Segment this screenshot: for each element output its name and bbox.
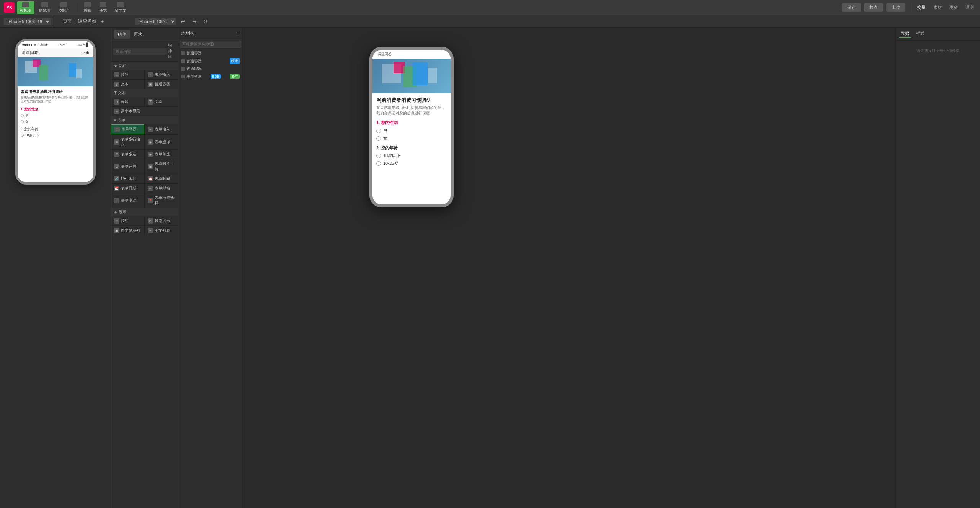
phone-survey-desc: 首先感谢您能抽出时间参与我们的问卷，我们会保证对您的信息进行保密: [21, 96, 90, 104]
tab-exchange[interactable]: 交量: [915, 3, 928, 12]
canvas-area[interactable]: 调查问卷 网购消费者消费习惯调研 首先感谢您能抽出时间参与我们的问卷，我们会保证…: [243, 28, 896, 508]
comp-text2[interactable]: T 文本: [145, 97, 178, 106]
outline-title: 大纲树: [181, 30, 195, 36]
upload-button[interactable]: 上传: [886, 3, 905, 12]
toolbar-sep-1: [77, 3, 77, 12]
section-hot-header[interactable]: ★ 热门: [111, 62, 178, 70]
save-main-icon: [117, 2, 124, 7]
section-form-header[interactable]: ≡ 表单: [111, 116, 178, 124]
phone-radio-age1[interactable]: [21, 134, 24, 137]
phone-survey-title: 网购消费者消费习惯调研: [21, 89, 90, 95]
right-device-select[interactable]: iPhone 8 100% iPhone X: [135, 18, 176, 25]
comp-richtext[interactable]: ≡ 富文本显示: [111, 107, 178, 116]
comp-button[interactable]: □ 按钮: [111, 70, 144, 79]
canvas-radio-male[interactable]: [376, 129, 381, 133]
outline-item-common3[interactable]: 普通容器: [180, 65, 241, 73]
comp-common-container[interactable]: ▣ 普通容器: [145, 80, 178, 89]
comp-disp-button[interactable]: □ 按钮: [111, 216, 144, 225]
toolbar-save-btn[interactable]: 游存存: [111, 1, 129, 14]
section-form: ≡ 表单 □ 表单容器 ≡ 表单输入 ≡ 表单多行输入 ◉ 表单选择: [111, 116, 178, 208]
canvas-toolbar: iPhone 8 100% iPhone X ↩ ↪ ⟳: [135, 18, 210, 25]
components-search-row: 组件库: [111, 41, 178, 62]
banner-shape4: [76, 69, 82, 78]
comp-form-select[interactable]: ◉ 表单选择: [145, 135, 178, 149]
comp-form-textarea[interactable]: ≡ 表单多行输入: [111, 135, 144, 149]
comp-form-switch[interactable]: ⊙ 表单开关: [111, 159, 144, 174]
toolbar-console-btn[interactable]: 控制台: [55, 1, 73, 14]
redo-btn[interactable]: ↪: [190, 18, 199, 25]
check-button[interactable]: 检查: [864, 3, 883, 12]
undo-btn[interactable]: ↩: [179, 18, 187, 25]
comp-form-input[interactable]: ≡ 表单输入: [145, 70, 178, 79]
outline-search-input[interactable]: [180, 41, 241, 48]
toolbar-right-group: 保存 检查 上传 交量 素材 更多 调测: [842, 3, 976, 12]
page-name: 调查问卷: [78, 18, 96, 25]
right-panel: 数据 样式 请先选择对应组件/组件集: [896, 28, 980, 508]
comp-form-selector[interactable]: □ 表单容器: [111, 124, 144, 134]
canvas-q1-label: 1. 您的性别: [376, 120, 447, 126]
toolbar-simulator-btn[interactable]: 模拟器: [17, 1, 34, 14]
badge-collect: 收选: [230, 58, 240, 64]
left-device-select[interactable]: iPhone 5 100% 16 iPhone 8 iPhone X: [4, 18, 51, 25]
comp-form-radio[interactable]: ◉ 表单单选: [145, 150, 178, 159]
comp-form-phone[interactable]: 📞 表单电话: [111, 193, 144, 208]
comp-form-img-upload[interactable]: ▣ 表单图片上传: [145, 159, 178, 174]
section-text-header[interactable]: T 文本: [111, 89, 178, 97]
outline-item-common1[interactable]: 普通容器: [180, 49, 241, 57]
phone-radio-female[interactable]: [21, 120, 24, 123]
comp-form-date[interactable]: 📅 表单日期: [111, 184, 144, 193]
console-icon: [60, 2, 67, 7]
phone-frame-left: ●●●●● WeChat♥ 15:30 100% ▉ 调查问卷 ··· ⊕ 网购…: [15, 39, 96, 185]
comp-heading[interactable]: H 标题: [111, 97, 144, 106]
right-tab-style[interactable]: 样式: [915, 30, 926, 38]
phone-q1-label: 1. 您的性别: [21, 107, 90, 112]
form-location-icon: 📍: [148, 198, 153, 203]
section-display: ◈ 展示 □ 按钮 ⊙ 状态提示 ▣ 图文显示列 ≡ 图文列表: [111, 208, 178, 235]
comp-form-email[interactable]: ✉ 表单邮箱: [145, 184, 178, 193]
edit-icon: [84, 2, 91, 7]
canvas-banner: [372, 59, 451, 93]
right-tab-data[interactable]: 数据: [899, 30, 911, 38]
tab-debug[interactable]: 调测: [963, 3, 976, 12]
canvas-survey-title: 网购消费者消费习惯调研: [376, 97, 447, 104]
comp-gallery[interactable]: ▣ 图文显示列: [111, 226, 144, 235]
top-toolbar: MX 模拟器 调试器 控制台 编辑 预览 游存存 保存 检: [0, 0, 980, 15]
toolbar-preview-btn[interactable]: 预览: [96, 1, 110, 14]
tab-material[interactable]: 素材: [931, 3, 944, 12]
canvas-radio-age2[interactable]: [376, 161, 381, 166]
richtext-icon: ≡: [114, 109, 119, 114]
form-selector-icon: □: [114, 127, 120, 132]
comp-gallery-list[interactable]: ≡ 图文列表: [145, 226, 178, 235]
phone-status-bar: ●●●●● WeChat♥ 15:30 100% ▉: [18, 41, 93, 48]
heading-icon: H: [114, 99, 119, 105]
canvas-radio-age1[interactable]: [376, 154, 381, 158]
outline-icon-4: [181, 75, 185, 78]
tab-components[interactable]: 组件: [114, 30, 130, 39]
comp-form-multisel[interactable]: ☑ 表单多选: [111, 150, 144, 159]
canvas-radio-female[interactable]: [376, 136, 381, 141]
outline-item-common2[interactable]: 普通容器 收选: [180, 57, 241, 65]
toolbar-edit-btn[interactable]: 编辑: [81, 1, 95, 14]
left-phone-panel: ●●●●● WeChat♥ 15:30 100% ▉ 调查问卷 ··· ⊕ 网购…: [0, 28, 111, 508]
comp-grid-hot: □ 按钮 ≡ 表单输入 T 文本 ▣ 普通容器: [111, 70, 178, 89]
comp-form-time[interactable]: ⏰ 表单时间: [145, 174, 178, 183]
comp-form-location[interactable]: 📍 表单地域选择: [145, 193, 178, 208]
tab-blocks[interactable]: 区块: [130, 30, 146, 39]
phone-q2-label: 2. 您的年龄: [21, 127, 90, 132]
outline-item-form1[interactable]: 表单容器 EDB EVT: [180, 73, 241, 80]
comp-form-input2[interactable]: ≡ 表单输入: [145, 124, 178, 134]
tab-more[interactable]: 更多: [947, 3, 960, 12]
save-button[interactable]: 保存: [842, 3, 861, 12]
comp-url[interactable]: 🔗 URL地址: [111, 174, 144, 183]
section-display-header[interactable]: ◈ 展示: [111, 208, 178, 216]
comp-text[interactable]: T 文本: [111, 80, 144, 89]
comp-status-display[interactable]: ⊙ 状态提示: [145, 216, 178, 225]
add-page-btn[interactable]: +: [99, 18, 106, 25]
components-search-input[interactable]: [113, 48, 167, 55]
toolbar-debug-btn[interactable]: 调试器: [36, 1, 54, 14]
phone-radio-male[interactable]: [21, 114, 24, 117]
refresh-btn[interactable]: ⟳: [202, 18, 210, 25]
add-outline-btn[interactable]: +: [237, 30, 240, 36]
right-tabs: 数据 样式: [896, 28, 980, 41]
filter-label: 组件库: [168, 43, 175, 59]
